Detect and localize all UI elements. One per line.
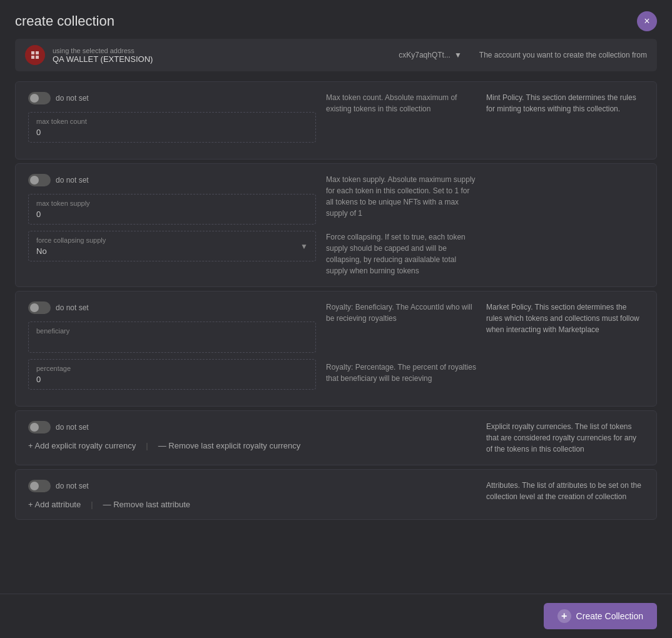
force-collapsing-select[interactable]: force collapsing supply No ▼ [28, 231, 316, 261]
attributes-desc: Attributes. The list of attributes to be… [486, 480, 644, 509]
wallet-info: using the selected address QA WALLET (EX… [53, 47, 391, 64]
divider-2: | [91, 500, 93, 509]
plus-icon: + [557, 609, 571, 623]
do-not-set-row-beneficiary: do not set [28, 301, 316, 314]
beneficiary-left: do not set beneficiary percentage 0 [28, 301, 316, 396]
attributes-section: do not set + Add attribute | — Remove la… [15, 469, 657, 520]
scroll-area: using the selected address QA WALLET (EX… [0, 39, 672, 567]
attributes-left: do not set + Add attribute | — Remove la… [28, 480, 316, 509]
page-header: create collection × [0, 0, 672, 39]
do-not-set-row-supply: do not set [28, 174, 316, 186]
wallet-name: QA WALLET (EXTENSION) [53, 54, 391, 64]
wallet-bar: using the selected address QA WALLET (EX… [15, 39, 657, 71]
max-token-count-value[interactable]: 0 [36, 128, 308, 137]
max-token-supply-field[interactable]: max token supply 0 [28, 194, 316, 225]
force-collapsing-label: force collapsing supply [36, 236, 300, 244]
do-not-set-toggle-supply[interactable] [28, 174, 51, 186]
do-not-set-toggle-royalty[interactable] [28, 421, 51, 433]
percentage-label: percentage [36, 365, 308, 372]
attributes-mid [326, 480, 476, 509]
beneficiary-mid: Royalty: Beneficiary. The AccountId who … [326, 301, 476, 396]
percentage-value[interactable]: 0 [36, 375, 308, 384]
remove-royalty-button[interactable]: — Remove last explicit royalty currency [158, 441, 301, 450]
do-not-set-row-royalty: do not set [28, 421, 316, 433]
beneficiary-field[interactable]: beneficiary [28, 322, 316, 353]
max-token-count-label: max token count [36, 118, 308, 125]
add-attribute-button[interactable]: + Add attribute [28, 500, 81, 509]
create-collection-button[interactable]: + Create Collection [544, 603, 657, 629]
do-not-set-label-attributes: do not set [56, 482, 89, 490]
market-policy-desc: Market Policy. This section determines t… [486, 301, 644, 396]
max-token-count-field[interactable]: max token count 0 [28, 112, 316, 143]
mint-policy-desc: Mint Policy. This section determines the… [486, 92, 644, 149]
chevron-down-icon: ▼ [454, 51, 462, 59]
wallet-address[interactable]: cxKy7aqhQTt... ▼ [399, 51, 462, 59]
do-not-set-toggle-beneficiary[interactable] [28, 301, 51, 314]
do-not-set-toggle-count[interactable] [28, 92, 51, 104]
force-collapsing-desc: Max token supply. Absolute maximum suppl… [326, 174, 476, 276]
max-token-count-left: do not set max token count 0 [28, 92, 316, 149]
do-not-set-label-royalty: do not set [56, 423, 89, 432]
svg-rect-3 [36, 56, 39, 59]
close-button[interactable]: × [637, 11, 657, 31]
wallet-using-label: using the selected address [53, 47, 391, 54]
divider: | [146, 441, 148, 450]
max-token-supply-label: max token supply [36, 200, 308, 207]
create-collection-label: Create Collection [576, 611, 643, 621]
do-not-set-label-supply: do not set [56, 176, 89, 185]
explicit-royalty-left: do not set + Add explicit royalty curren… [28, 421, 316, 455]
percentage-field[interactable]: percentage 0 [28, 359, 316, 390]
remove-attribute-button[interactable]: — Remove last attribute [103, 500, 190, 509]
wallet-description: The account you want to create the colle… [479, 51, 647, 59]
svg-rect-1 [36, 51, 39, 54]
force-collapsing-inner: force collapsing supply No [36, 236, 300, 256]
attributes-action-row: + Add attribute | — Remove last attribut… [28, 500, 316, 509]
do-not-set-row-count: do not set [28, 92, 316, 104]
explicit-royalty-section: do not set + Add explicit royalty curren… [15, 410, 657, 465]
royalty-action-row: + Add explicit royalty currency | — Remo… [28, 441, 316, 450]
page-title: create collection [15, 13, 115, 29]
footer: + Create Collection [0, 594, 672, 638]
mint-policy-desc-2 [486, 174, 644, 276]
do-not-set-label-count: do not set [56, 94, 89, 103]
do-not-set-toggle-attributes[interactable] [28, 480, 51, 492]
wallet-icon [25, 45, 45, 65]
beneficiary-section: do not set beneficiary percentage 0 Roya… [15, 291, 657, 407]
add-royalty-button[interactable]: + Add explicit royalty currency [28, 441, 136, 450]
beneficiary-value[interactable] [36, 337, 308, 347]
max-token-count-section: do not set max token count 0 Max token c… [15, 81, 657, 160]
max-token-supply-value[interactable]: 0 [36, 210, 308, 219]
max-token-count-desc: Max token count. Absolute maximum of exi… [326, 92, 476, 149]
max-token-supply-left: do not set max token supply 0 force coll… [28, 174, 316, 276]
explicit-royalty-desc: Explicit royalty currencies. The list of… [486, 421, 644, 455]
max-token-supply-section: do not set max token supply 0 force coll… [15, 163, 657, 287]
force-collapsing-value: No [36, 246, 300, 256]
explicit-royalty-mid [326, 421, 476, 455]
do-not-set-label-beneficiary: do not set [56, 303, 89, 312]
svg-rect-2 [31, 56, 34, 59]
do-not-set-row-attributes: do not set [28, 480, 316, 492]
svg-rect-0 [31, 51, 34, 54]
chevron-down-icon: ▼ [300, 242, 308, 251]
beneficiary-label: beneficiary [36, 327, 308, 335]
